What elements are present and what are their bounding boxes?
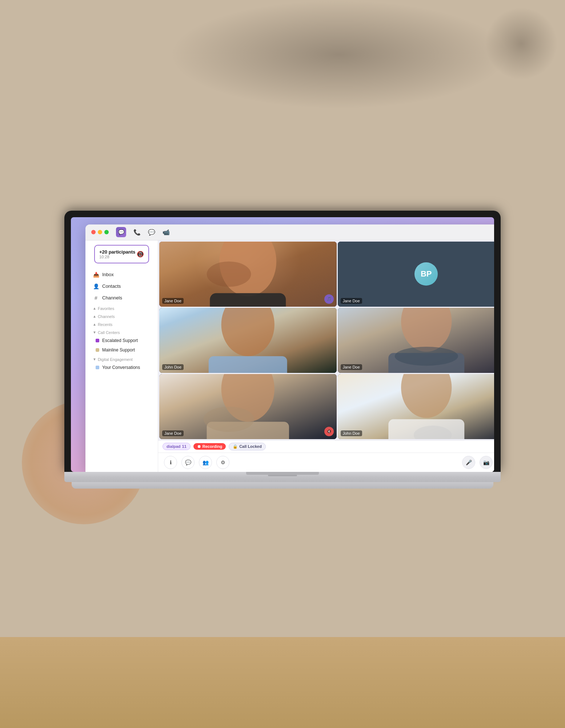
laptop-screen-inner: 💬 📞 💬 📹 🔍 [71, 217, 494, 472]
sidebar-item-channels[interactable]: # Channels [90, 293, 153, 303]
tile-name-jane-1: Jane Doe [164, 299, 181, 303]
video-grid: Jane Doe 🎵 [158, 240, 494, 440]
chat-icon: 💬 [185, 460, 191, 465]
recording-badge[interactable]: ⏺ Recording [193, 443, 226, 450]
person-silhouette-john-2 [338, 374, 494, 439]
tile-mic-jane-1: 🎵 [324, 294, 334, 304]
inbox-label: Inbox [102, 272, 114, 277]
desk-surface [0, 637, 565, 728]
video-tile-jane-2[interactable]: Jane Doe [338, 308, 494, 373]
more-settings-button[interactable]: ⚙ [216, 456, 229, 469]
maximize-button[interactable] [104, 230, 109, 234]
video-tile-jane-3[interactable]: Jane Doe 🔇 [159, 374, 337, 439]
svg-rect-2 [210, 293, 286, 306]
svg-rect-5 [209, 356, 287, 373]
person-silhouette-jane-2 [338, 308, 494, 373]
call-locked-label: Call Locked [239, 444, 262, 449]
mute-mic-button[interactable]: 🎤 [462, 456, 475, 469]
tile-name-bp: Jane Doe [343, 299, 360, 303]
tile-name-john-2: John Doe [343, 431, 360, 435]
sidebar: +20 participants 10:28 📵 📥 Inbox [85, 240, 158, 472]
video-tile-john-2[interactable]: John Doe [338, 374, 494, 439]
group-digital-engagement[interactable]: ▼ Digital Engagement [90, 355, 153, 363]
tile-label-bp: Jane Doe [341, 298, 362, 304]
call-end-icon[interactable]: 📵 [137, 251, 144, 258]
status-bar: dialpad 11 ⏺ Recording 🔒 Call Locked [158, 440, 494, 453]
mute-camera-icon: 📷 [483, 460, 489, 465]
bp-avatar: BP [414, 262, 438, 286]
bp-initials: BP [421, 269, 432, 279]
sidebar-item-inbox[interactable]: 📥 Inbox [90, 269, 153, 280]
plant-shadow-decoration [485, 7, 558, 80]
minimize-button[interactable] [98, 230, 102, 234]
person-silhouette-jane-1 [159, 242, 337, 307]
info-button[interactable]: ℹ [164, 456, 177, 469]
favorites-label: Favorites [98, 306, 114, 311]
dialpad-badge[interactable]: dialpad 11 [163, 443, 191, 450]
mainline-support-label: Mainline Support [102, 347, 135, 353]
mainline-support-dot [96, 348, 99, 352]
person-video-jane-1 [159, 242, 337, 307]
chat-button[interactable]: 💬 [181, 456, 195, 469]
window-controls [91, 230, 109, 234]
video-tile-john-1[interactable]: John Doe [159, 308, 337, 373]
mic-active-badge-jane-1: 🎵 [324, 294, 334, 304]
group-favorites[interactable]: ▲ Favorites [90, 304, 153, 312]
chevron-icon: ▲ [93, 306, 96, 310]
group-channels[interactable]: ▲ Channels [90, 312, 153, 320]
laptop-screen-outer: 💬 📞 💬 📹 🔍 [64, 211, 501, 472]
video-tile-bp[interactable]: BP Jane Doe [338, 242, 494, 307]
laptop-base [64, 472, 501, 482]
channels-group-label: Channels [98, 314, 115, 319]
person-silhouette-jane-3 [159, 374, 337, 439]
main-content: +20 participants 10:28 📵 📥 Inbox [85, 240, 494, 472]
sliders-icon: ⚙ [221, 460, 225, 465]
control-bar: ℹ 💬 👥 ⚙ [158, 453, 494, 472]
info-icon: ℹ [170, 460, 172, 465]
person-video-john-2 [338, 374, 494, 439]
person-video-jane-3 [159, 374, 337, 439]
chevron-icon: ▲ [93, 322, 96, 326]
close-button[interactable] [91, 230, 96, 234]
tile-label-jane-2: Jane Doe [341, 364, 362, 370]
tile-name-jane-3: Jane Doe [164, 431, 181, 435]
participants-button[interactable]: 👥 [199, 456, 212, 469]
contacts-icon: 👤 [93, 283, 99, 289]
video-tile-jane-1[interactable]: Jane Doe 🎵 [159, 242, 337, 307]
digital-engagement-label: Digital Engagement [98, 357, 133, 362]
active-call-card[interactable]: +20 participants 10:28 📵 [94, 245, 149, 263]
logo-icon: 💬 [118, 229, 124, 235]
video-icon[interactable]: 📹 [163, 229, 170, 236]
group-call-centers[interactable]: ▼ Call Centers [90, 328, 153, 336]
sidebar-item-mainline-support[interactable]: Mainline Support [90, 346, 153, 354]
mic-muted-badge-jane-3: 🔇 [324, 427, 334, 436]
phone-icon[interactable]: 📞 [133, 229, 141, 236]
chevron-icon: ▼ [93, 357, 96, 361]
tile-label-john-2: John Doe [341, 430, 362, 436]
sidebar-nav: 📥 Inbox 👤 Contacts # Channels [85, 269, 158, 304]
sidebar-item-escalated-support[interactable]: Escalated Support [90, 336, 153, 345]
recording-label: Recording [203, 444, 222, 449]
group-recents[interactable]: ▲ Recents [90, 320, 153, 328]
mute-camera-button[interactable]: 📷 [480, 456, 493, 469]
dialpad-count: 11 [182, 444, 187, 449]
person-video-john-1 [159, 308, 337, 373]
title-bar-icons: 📞 💬 📹 [133, 229, 170, 236]
app-logo: 💬 [116, 227, 126, 237]
person-video-jane-2 [338, 308, 494, 373]
message-icon[interactable]: 💬 [148, 229, 155, 236]
escalated-support-label: Escalated Support [102, 338, 138, 343]
tile-mic-jane-3: 🔇 [324, 427, 334, 436]
person-silhouette-john-1 [159, 308, 337, 373]
recents-label: Recents [98, 322, 112, 327]
call-locked-badge[interactable]: 🔒 Call Locked [229, 443, 266, 450]
svg-point-8 [394, 346, 458, 365]
channels-icon: # [93, 295, 99, 301]
laptop-notch [268, 475, 297, 476]
dialpad-badge-label: dialpad [167, 444, 181, 449]
call-card-info: +20 participants 10:28 [99, 249, 135, 259]
sidebar-item-your-conversations[interactable]: Your Conversations [90, 363, 153, 372]
your-conversations-dot [96, 366, 99, 369]
tile-label-jane-1: Jane Doe [162, 298, 184, 304]
sidebar-item-contacts[interactable]: 👤 Contacts [90, 281, 153, 292]
